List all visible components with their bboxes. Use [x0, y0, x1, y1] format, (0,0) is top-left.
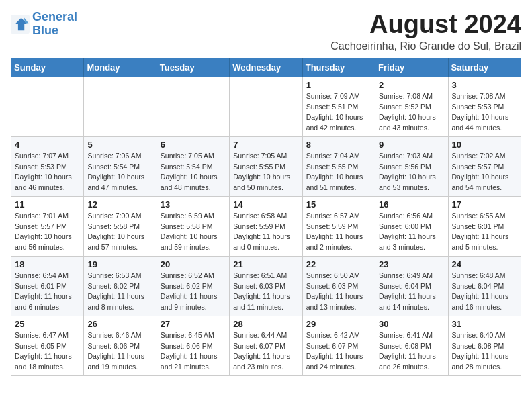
day-info: Sunrise: 6:49 AMSunset: 6:04 PMDaylight:…	[379, 271, 444, 313]
day-number: 30	[379, 319, 444, 329]
day-info: Sunrise: 7:02 AMSunset: 5:57 PMDaylight:…	[452, 151, 517, 193]
day-number: 8	[306, 140, 371, 150]
calendar-cell: 29Sunrise: 6:42 AMSunset: 6:07 PMDayligh…	[302, 316, 375, 375]
weekday-header: Friday	[375, 58, 448, 77]
day-number: 28	[233, 319, 298, 329]
day-info: Sunrise: 7:09 AMSunset: 5:51 PMDaylight:…	[306, 91, 371, 134]
day-number: 3	[452, 80, 517, 90]
weekday-header: Wednesday	[230, 58, 302, 77]
day-number: 21	[233, 259, 298, 269]
day-number: 10	[452, 140, 517, 150]
calendar-header-row: SundayMondayTuesdayWednesdayThursdayFrid…	[11, 58, 521, 77]
calendar-cell: 31Sunrise: 6:40 AMSunset: 6:08 PMDayligh…	[448, 316, 521, 375]
calendar-cell: 11Sunrise: 7:01 AMSunset: 5:57 PMDayligh…	[11, 196, 84, 256]
day-info: Sunrise: 6:44 AMSunset: 6:07 PMDaylight:…	[233, 330, 298, 373]
day-info: Sunrise: 7:06 AMSunset: 5:54 PMDaylight:…	[87, 151, 152, 193]
calendar-cell	[11, 77, 84, 136]
day-number: 1	[306, 80, 371, 90]
calendar-cell	[230, 77, 302, 136]
day-info: Sunrise: 6:40 AMSunset: 6:08 PMDaylight:…	[452, 330, 517, 373]
calendar-week-row: 4Sunrise: 7:07 AMSunset: 5:53 PMDaylight…	[11, 136, 521, 196]
day-number: 12	[87, 199, 152, 210]
calendar-cell: 5Sunrise: 7:06 AMSunset: 5:54 PMDaylight…	[84, 136, 157, 196]
day-number: 31	[452, 319, 517, 329]
calendar-week-row: 18Sunrise: 6:54 AMSunset: 6:01 PMDayligh…	[11, 256, 521, 316]
day-info: Sunrise: 6:59 AMSunset: 5:58 PMDaylight:…	[161, 211, 226, 253]
calendar-week-row: 1Sunrise: 7:09 AMSunset: 5:51 PMDaylight…	[11, 77, 521, 136]
calendar-cell: 13Sunrise: 6:59 AMSunset: 5:58 PMDayligh…	[157, 196, 229, 256]
calendar-cell: 6Sunrise: 7:05 AMSunset: 5:54 PMDaylight…	[157, 136, 229, 196]
day-number: 24	[452, 259, 517, 269]
calendar-cell: 25Sunrise: 6:47 AMSunset: 6:05 PMDayligh…	[11, 316, 84, 375]
calendar-cell: 22Sunrise: 6:50 AMSunset: 6:03 PMDayligh…	[302, 256, 375, 316]
day-number: 19	[87, 259, 152, 269]
day-info: Sunrise: 6:48 AMSunset: 6:04 PMDaylight:…	[452, 271, 517, 313]
day-number: 5	[87, 140, 152, 150]
calendar-cell: 7Sunrise: 7:05 AMSunset: 5:55 PMDaylight…	[230, 136, 302, 196]
day-number: 6	[161, 140, 226, 150]
calendar-cell	[157, 77, 229, 136]
logo-line2: Blue	[32, 24, 58, 37]
calendar-cell: 8Sunrise: 7:04 AMSunset: 5:55 PMDaylight…	[302, 136, 375, 196]
calendar: SundayMondayTuesdayWednesdayThursdayFrid…	[11, 58, 521, 376]
calendar-cell: 19Sunrise: 6:53 AMSunset: 6:02 PMDayligh…	[84, 256, 157, 316]
day-number: 15	[306, 199, 371, 210]
calendar-cell: 18Sunrise: 6:54 AMSunset: 6:01 PMDayligh…	[11, 256, 84, 316]
logo-text: General Blue	[32, 11, 77, 38]
calendar-cell: 23Sunrise: 6:49 AMSunset: 6:04 PMDayligh…	[375, 256, 448, 316]
day-info: Sunrise: 6:51 AMSunset: 6:03 PMDaylight:…	[233, 271, 298, 313]
month-title: August 2024	[330, 11, 521, 39]
day-info: Sunrise: 7:07 AMSunset: 5:53 PMDaylight:…	[15, 151, 80, 193]
day-number: 18	[15, 259, 80, 269]
day-info: Sunrise: 6:53 AMSunset: 6:02 PMDaylight:…	[87, 271, 152, 313]
day-number: 13	[161, 199, 226, 210]
day-number: 26	[87, 319, 152, 329]
weekday-header: Tuesday	[157, 58, 229, 77]
weekday-header: Thursday	[302, 58, 375, 77]
calendar-cell: 27Sunrise: 6:45 AMSunset: 6:06 PMDayligh…	[157, 316, 229, 375]
day-number: 14	[233, 199, 298, 210]
day-info: Sunrise: 6:41 AMSunset: 6:08 PMDaylight:…	[379, 330, 444, 373]
calendar-cell: 14Sunrise: 6:58 AMSunset: 5:59 PMDayligh…	[230, 196, 302, 256]
calendar-cell: 24Sunrise: 6:48 AMSunset: 6:04 PMDayligh…	[448, 256, 521, 316]
day-number: 7	[233, 140, 298, 150]
calendar-cell: 3Sunrise: 7:08 AMSunset: 5:53 PMDaylight…	[448, 77, 521, 136]
calendar-cell: 10Sunrise: 7:02 AMSunset: 5:57 PMDayligh…	[448, 136, 521, 196]
calendar-cell: 28Sunrise: 6:44 AMSunset: 6:07 PMDayligh…	[230, 316, 302, 375]
logo: General Blue	[11, 11, 77, 38]
day-number: 23	[379, 259, 444, 269]
day-info: Sunrise: 7:01 AMSunset: 5:57 PMDaylight:…	[15, 211, 80, 253]
day-number: 27	[161, 319, 226, 329]
day-number: 9	[379, 140, 444, 150]
calendar-cell: 21Sunrise: 6:51 AMSunset: 6:03 PMDayligh…	[230, 256, 302, 316]
page-header: General Blue August 2024 Cachoeirinha, R…	[11, 11, 521, 52]
calendar-cell: 2Sunrise: 7:08 AMSunset: 5:52 PMDaylight…	[375, 77, 448, 136]
calendar-cell: 4Sunrise: 7:07 AMSunset: 5:53 PMDaylight…	[11, 136, 84, 196]
day-info: Sunrise: 6:50 AMSunset: 6:03 PMDaylight:…	[306, 271, 371, 313]
day-info: Sunrise: 6:56 AMSunset: 6:00 PMDaylight:…	[379, 211, 444, 253]
calendar-cell: 20Sunrise: 6:52 AMSunset: 6:02 PMDayligh…	[157, 256, 229, 316]
day-info: Sunrise: 6:57 AMSunset: 5:59 PMDaylight:…	[306, 211, 371, 253]
calendar-cell: 30Sunrise: 6:41 AMSunset: 6:08 PMDayligh…	[375, 316, 448, 375]
day-info: Sunrise: 6:54 AMSunset: 6:01 PMDaylight:…	[15, 271, 80, 313]
day-number: 11	[15, 199, 80, 210]
day-info: Sunrise: 6:42 AMSunset: 6:07 PMDaylight:…	[306, 330, 371, 373]
day-info: Sunrise: 6:55 AMSunset: 6:01 PMDaylight:…	[452, 211, 517, 253]
day-number: 25	[15, 319, 80, 329]
day-info: Sunrise: 7:05 AMSunset: 5:54 PMDaylight:…	[161, 151, 226, 193]
calendar-cell	[84, 77, 157, 136]
day-info: Sunrise: 7:08 AMSunset: 5:52 PMDaylight:…	[379, 91, 444, 134]
calendar-cell: 12Sunrise: 7:00 AMSunset: 5:58 PMDayligh…	[84, 196, 157, 256]
day-info: Sunrise: 7:05 AMSunset: 5:55 PMDaylight:…	[233, 151, 298, 193]
calendar-cell: 17Sunrise: 6:55 AMSunset: 6:01 PMDayligh…	[448, 196, 521, 256]
calendar-cell: 26Sunrise: 6:46 AMSunset: 6:06 PMDayligh…	[84, 316, 157, 375]
location-title: Cachoeirinha, Rio Grande do Sul, Brazil	[330, 40, 521, 52]
weekday-header: Sunday	[11, 58, 84, 77]
logo-icon	[11, 15, 30, 34]
day-number: 20	[161, 259, 226, 269]
day-number: 29	[306, 319, 371, 329]
day-number: 16	[379, 199, 444, 210]
day-info: Sunrise: 7:03 AMSunset: 5:56 PMDaylight:…	[379, 151, 444, 193]
day-number: 2	[379, 80, 444, 90]
calendar-week-row: 25Sunrise: 6:47 AMSunset: 6:05 PMDayligh…	[11, 316, 521, 375]
